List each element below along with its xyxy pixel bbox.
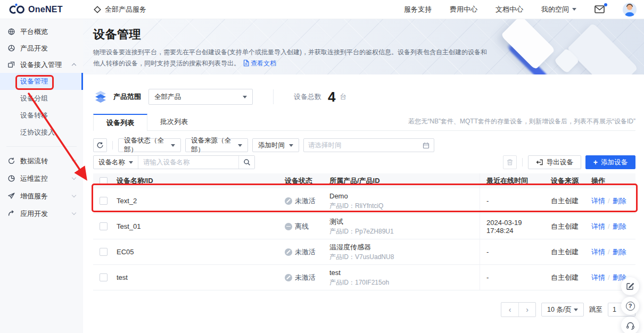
device-source: 自主创建: [551, 222, 591, 231]
doc-icon: [243, 60, 249, 66]
search-field-select[interactable]: 设备名称: [94, 156, 138, 169]
device-total-unit: 台: [340, 92, 346, 102]
table-row: Text_2 未激活 Demo 产品ID：RliYfntciQ - 自主创建 详…: [93, 188, 635, 214]
logo-text: OneNET: [28, 5, 63, 14]
add-device-button[interactable]: + 添加设备: [585, 155, 635, 169]
nav-link-billing[interactable]: 费用中心: [450, 5, 477, 14]
table-row: test 未激活 test 产品ID：170IF215oh - 自主创建 详情/…: [93, 265, 635, 290]
device-product: 温湿度传感器 产品ID：V7usUadNU8: [329, 242, 480, 262]
all-products-menu[interactable]: 全部产品服务: [94, 5, 146, 14]
row-checkbox[interactable]: [100, 273, 108, 281]
layers-icon: [93, 90, 108, 104]
help-icon: ?: [626, 302, 635, 311]
status-select-label: 设备状态（全部）: [124, 136, 171, 154]
table-row: Test_01 离线 测试 产品ID：Pp7eZH89U1 2024-03-19…: [93, 214, 635, 239]
tab-device-list[interactable]: 设备列表: [93, 114, 147, 131]
view-docs-link[interactable]: 查看文档: [251, 60, 276, 67]
tools-divider: [522, 158, 523, 166]
caret-down-icon: [171, 144, 175, 147]
sidebar-item-data-flow[interactable]: 数据流转: [0, 152, 83, 170]
chevron-down-icon: [72, 211, 76, 215]
col-header-product: 所属产品/产品ID: [329, 176, 480, 186]
device-name-input[interactable]: [138, 156, 238, 169]
source-select-label: 设备来源（全部）: [191, 136, 238, 154]
mail-button[interactable]: [595, 5, 605, 13]
sidebar-item-ops-monitor[interactable]: 运维监控: [0, 170, 83, 187]
time-select-label: 添加时间: [258, 141, 285, 150]
time-placeholder: 请选择时间: [308, 141, 342, 150]
row-checkbox[interactable]: [100, 248, 108, 256]
user-avatar[interactable]: [623, 3, 637, 16]
customer-service-button[interactable]: [621, 317, 639, 333]
detail-link[interactable]: 详情: [591, 197, 605, 205]
all-products-label: 全部产品服务: [105, 5, 146, 14]
prev-page-button[interactable]: ‹: [501, 303, 518, 317]
refresh-button[interactable]: [93, 138, 107, 152]
filter-row-2: 设备名称 导出设备 + 添加设备: [93, 155, 635, 169]
product-scope-select[interactable]: 全部产品: [148, 89, 253, 105]
table-header: 设备名称/ID 设备状态 所属产品/产品ID 最近在线时间 设备来源 操作: [93, 173, 635, 188]
product-develop-icon: [7, 44, 15, 52]
onenet-logo[interactable]: OneNET: [7, 3, 63, 16]
device-source-select[interactable]: 设备来源（全部）: [185, 138, 248, 152]
nav-link-docs[interactable]: 文档中心: [496, 5, 523, 14]
diamond-icon: [94, 6, 101, 13]
sidebar-item-platform-overview[interactable]: 平台概览: [0, 23, 83, 40]
device-total-label: 设备总数: [294, 92, 321, 102]
device-status-select[interactable]: 设备状态（全部）: [118, 138, 181, 152]
sidebar-item-device-transfer[interactable]: 设备转移: [0, 107, 83, 124]
jump-label: 跳至: [589, 305, 602, 314]
device-name: EC05: [117, 248, 285, 256]
sidebar-item-product-develop[interactable]: 产品开发: [0, 40, 83, 56]
tab-bar: 设备列表 批次列表 若您无“NB”套件、MQTT套件的存量设备，则新增设备后，列…: [93, 114, 635, 131]
product-scope-row: 产品范围 全部产品 设备总数 4 台: [93, 88, 635, 105]
platform-overview-icon: [7, 28, 15, 36]
delete-link[interactable]: 删除: [613, 222, 626, 230]
nav-link-support[interactable]: 服务支持: [404, 5, 432, 14]
feedback-button[interactable]: [621, 277, 639, 295]
export-label: 导出设备: [547, 158, 573, 167]
export-device-button[interactable]: 导出设备: [528, 155, 581, 169]
time-range-picker[interactable]: 请选择时间: [303, 138, 434, 152]
row-checkbox[interactable]: [100, 222, 108, 230]
caret-down-icon: [289, 144, 293, 147]
delete-link[interactable]: 删除: [613, 197, 626, 205]
last-online-time: -: [480, 239, 551, 264]
col-header-actions: 操作: [591, 176, 635, 186]
selected-product: 全部产品: [154, 93, 181, 102]
sidebar-item-label: 泛协议接入: [20, 128, 55, 137]
detail-link[interactable]: 详情: [591, 273, 605, 281]
edit-feedback-icon: [626, 282, 634, 290]
sidebar-item-protocol-access[interactable]: 泛协议接入: [0, 124, 83, 141]
status-inactive-icon: [285, 197, 292, 205]
add-time-select[interactable]: 添加时间: [252, 138, 299, 152]
filter-row-1: 设备状态（全部） 设备来源（全部） 添加时间 请选择时间: [93, 138, 635, 152]
chevron-up-icon: [72, 63, 76, 68]
sidebar-item-device-access[interactable]: 设备接入管理: [0, 56, 83, 73]
page-banner: 设备管理 物理设备要连接到平台，需要先在平台创建设备(支持单个或批量导入创建)，…: [83, 19, 644, 74]
detail-link[interactable]: 详情: [591, 248, 605, 256]
sidebar-item-value-service[interactable]: 增值服务: [0, 187, 83, 205]
row-actions: 详情/删除: [591, 222, 635, 231]
sidebar-item-app-develop[interactable]: 应用开发: [0, 205, 83, 222]
search-button[interactable]: [238, 156, 254, 169]
sidebar-item-device-group[interactable]: 设备分组: [0, 90, 83, 107]
page-size-select[interactable]: 10 条/页: [541, 303, 584, 317]
next-page-button[interactable]: ›: [518, 303, 535, 317]
sidebar-item-label: 设备分组: [20, 94, 48, 103]
onenet-logo-icon: [7, 3, 26, 16]
headset-icon: [626, 321, 635, 330]
detail-link[interactable]: 详情: [591, 222, 605, 230]
sidebar-item-device-manage[interactable]: 设备管理: [0, 73, 83, 90]
row-checkbox[interactable]: [100, 197, 108, 205]
notification-dot: [604, 3, 607, 6]
batch-delete-button[interactable]: [503, 155, 517, 169]
help-button[interactable]: ?: [621, 297, 639, 315]
tab-batch-list[interactable]: 批次列表: [147, 113, 201, 130]
my-space-menu[interactable]: 我的空间: [541, 5, 576, 14]
select-all-checkbox[interactable]: [100, 177, 108, 185]
device-status: 未激活: [285, 273, 329, 282]
device-name-search-group: 设备名称: [93, 155, 255, 169]
delete-link[interactable]: 删除: [613, 248, 626, 256]
col-header-online: 最近在线时间: [480, 173, 551, 188]
